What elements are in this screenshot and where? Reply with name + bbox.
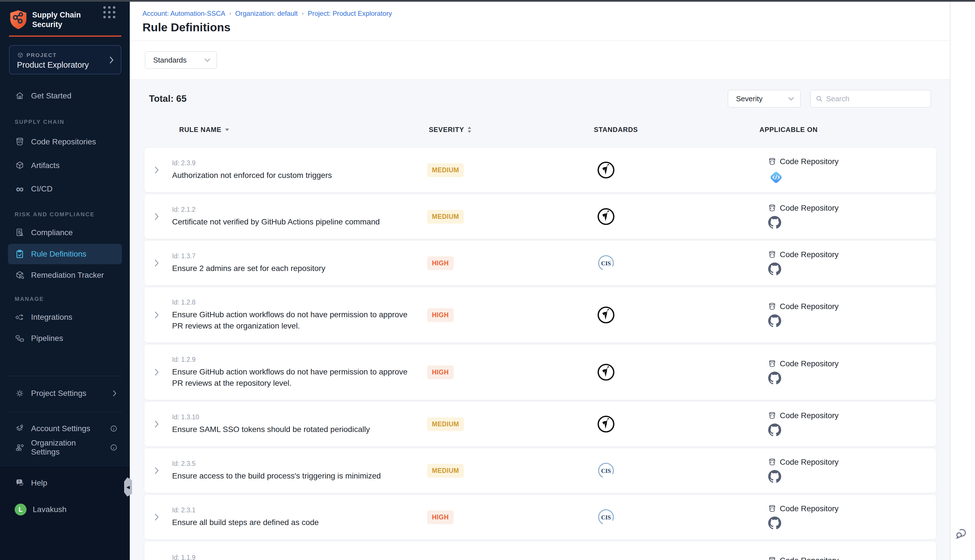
sidebar-collapse-handle[interactable]: ◀: [124, 477, 132, 497]
expand-row-icon[interactable]: [153, 368, 160, 377]
code-repository-icon: [768, 556, 776, 560]
severity-cell: HIGH: [427, 241, 489, 285]
cis-standard-icon: CIS: [597, 508, 615, 527]
severity-cell: HIGH: [427, 495, 489, 539]
table-row[interactable]: Id: 2.3.1Ensure all build steps are defi…: [144, 495, 936, 539]
right-gutter: [950, 0, 975, 560]
expand-row-icon[interactable]: [153, 467, 160, 475]
rule-id: Id: 2.3.9: [172, 159, 420, 167]
feedback-chat-icon[interactable]: [954, 526, 968, 540]
applicable-on-cell: Code Repository: [768, 448, 926, 493]
owasp-standard-icon: [597, 207, 615, 226]
sidebar-item-get-started[interactable]: Get Started: [8, 86, 122, 106]
code-repository-icon: [768, 505, 776, 513]
sidebar-section-risk-and-compliance: RISK AND COMPLIANCE: [15, 211, 95, 218]
standards-cell: [583, 148, 629, 192]
severity-filter-dropdown[interactable]: Severity: [728, 90, 801, 107]
sidebar-divider: [8, 376, 122, 376]
column-header-severity[interactable]: SEVERITY: [429, 126, 471, 134]
severity-filter-label: Severity: [736, 95, 763, 103]
user-name: Lavakush: [33, 505, 67, 514]
project-selector[interactable]: PROJECT Product Exploratory: [9, 45, 121, 75]
standards-filter-label: Standards: [153, 56, 187, 65]
sidebar-item-remediation-tracker[interactable]: Remediation Tracker: [8, 265, 122, 285]
breadcrumb-project-link[interactable]: Project: Product Exploratory: [308, 10, 392, 17]
expand-row-icon[interactable]: [153, 311, 160, 319]
sidebar-section-manage: MANAGE: [15, 296, 44, 302]
sidebar-item-integrations[interactable]: Integrations: [8, 307, 122, 327]
main-content: Account: Automation-SSCA › Organization:…: [130, 2, 950, 560]
table-row[interactable]: Id: 1.2.8Ensure GitHub action workflows …: [144, 287, 936, 343]
table-row[interactable]: Id: 1.1.9HIGHCISCode Repository: [144, 542, 936, 560]
row-expand-cell: [150, 194, 164, 239]
expand-row-icon[interactable]: [153, 420, 160, 428]
table-row[interactable]: Id: 1.3.7Ensure 2 admins are set for eac…: [144, 241, 936, 285]
platform-cell: [768, 314, 926, 328]
applicable-on-label: Code Repository: [780, 556, 839, 560]
home-icon: [15, 91, 25, 101]
platform-cell: [768, 423, 926, 437]
gear-icon: [15, 388, 25, 398]
rule-id: Id: 1.1.9: [172, 554, 420, 560]
expand-row-icon[interactable]: [153, 259, 160, 267]
applicable-on-cell: Code Repository: [768, 148, 926, 192]
sidebar-item-rule-definitions[interactable]: Rule Definitions: [8, 244, 122, 264]
sidebar-item-project-settings[interactable]: Project Settings: [8, 383, 122, 403]
sidebar-item-account-settings[interactable]: Account Settings: [8, 418, 122, 439]
applicable-on-label: Code Repository: [780, 359, 839, 368]
window-top-strip: [0, 0, 975, 2]
svg-text:CIS: CIS: [601, 514, 611, 520]
expand-row-icon[interactable]: [153, 166, 160, 174]
sidebar-item-help[interactable]: ? Help: [8, 473, 122, 493]
sidebar-item-label: Project Settings: [31, 389, 86, 398]
row-expand-cell: [150, 241, 164, 285]
module-switcher-icon[interactable]: [103, 6, 116, 19]
applicable-on-label: Code Repository: [780, 302, 839, 311]
info-icon[interactable]: [110, 444, 117, 451]
layers-gear-icon: [15, 423, 25, 434]
column-header-rule-name[interactable]: RULE NAME: [179, 126, 229, 134]
expand-row-icon[interactable]: [153, 513, 160, 522]
sidebar-item-cicd[interactable]: ∞ CI/CD: [8, 179, 122, 199]
table-row[interactable]: Id: 2.1.2Certificate not verified by Git…: [144, 194, 936, 239]
sidebar-item-pipelines[interactable]: Pipelines: [8, 328, 122, 348]
table-row[interactable]: Id: 2.3.5Ensure access to the build proc…: [144, 448, 936, 493]
search-icon: [816, 95, 823, 103]
org-chart-gear-icon: [15, 442, 25, 453]
platform-cell: [768, 263, 926, 276]
severity-badge: MEDIUM: [427, 417, 464, 431]
standards-filter-dropdown[interactable]: Standards: [145, 51, 217, 69]
rule-name-cell: Id: 1.2.9Ensure GitHub action workflows …: [172, 345, 420, 400]
user-menu[interactable]: L Lavakush: [8, 499, 122, 520]
severity-badge: HIGH: [427, 256, 454, 270]
breadcrumb-separator: ›: [229, 10, 231, 17]
table-row[interactable]: Id: 1.3.10Ensure SAML SSO tokens should …: [144, 402, 936, 447]
table-row[interactable]: Id: 1.2.9Ensure GitHub action workflows …: [144, 345, 936, 400]
info-icon[interactable]: [110, 425, 117, 432]
standards-cell: [583, 287, 629, 343]
platform-cell: [768, 372, 926, 385]
code-repository-icon: [768, 302, 776, 311]
rules-table-body: Id: 2.3.9Authorization not enforced for …: [144, 148, 936, 560]
sidebar-item-compliance[interactable]: Compliance: [8, 222, 122, 243]
github-icon: [768, 372, 781, 385]
applicable-on-cell: Code Repository: [768, 194, 926, 239]
rule-name-cell: Id: 1.1.9: [172, 542, 420, 560]
applicable-on-cell: Code Repository: [768, 287, 926, 343]
sidebar-item-artifacts[interactable]: Artifacts: [8, 155, 122, 176]
project-label: PROJECT: [27, 52, 57, 58]
svg-text:CIS: CIS: [601, 468, 611, 474]
breadcrumb-organization-link[interactable]: Organization: default: [235, 10, 298, 17]
standards-cell: CIS: [583, 542, 629, 560]
severity-badge: MEDIUM: [427, 210, 464, 223]
table-row[interactable]: Id: 2.3.9Authorization not enforced for …: [144, 148, 936, 192]
sidebar-item-organization-settings[interactable]: Organization Settings: [8, 437, 122, 458]
breadcrumb-account-link[interactable]: Account: Automation-SSCA: [142, 10, 225, 17]
sidebar-item-code-repositories[interactable]: Code Repositories: [8, 132, 122, 152]
expand-row-icon[interactable]: [153, 212, 160, 221]
chevron-down-icon: [788, 97, 794, 101]
cube-icon: [15, 160, 25, 171]
search-input[interactable]: [826, 95, 926, 103]
rule-name: Ensure GitHub action workflows do not ha…: [172, 309, 420, 332]
platform-cell: [768, 170, 926, 183]
